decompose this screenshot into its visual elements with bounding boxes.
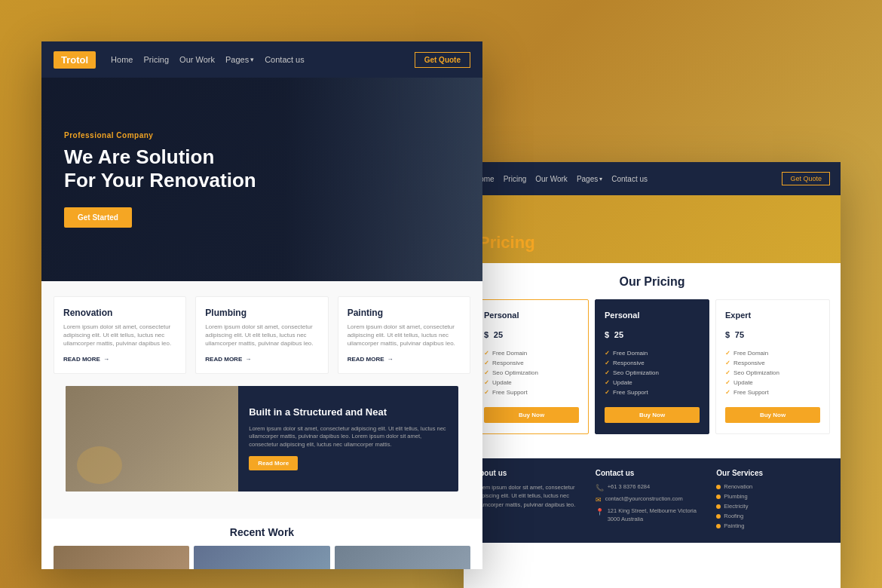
work-item-1: [54, 546, 189, 569]
front-navbar: Trotol Home Pricing Our Work Pages Conta…: [41, 41, 482, 78]
plan-feature-3-4: Free Support: [725, 387, 820, 397]
feature-content: Built in a Structured and Neat Lorem ips…: [238, 386, 458, 492]
plan-features-2: Free Domain Responsive Seo Optimization …: [605, 348, 700, 397]
feature-title: Built in a Structured and Neat: [249, 406, 448, 419]
service-dot-1: [716, 485, 721, 489]
back-footer: About us Lorem ipsum dolor sit amet, con…: [464, 458, 841, 543]
plan-feature-2-1: Responsive: [605, 358, 700, 368]
nav-pages[interactable]: Pages: [225, 55, 254, 64]
front-nav-links: Home Pricing Our Work Pages Contact us: [111, 55, 400, 64]
read-more-painting[interactable]: READ MORE: [348, 356, 461, 363]
read-more-renovation[interactable]: READ MORE: [63, 356, 176, 363]
plan-name-2: Personal: [605, 311, 700, 320]
pricing-hero: Pricing: [464, 195, 841, 263]
back-nav-contact[interactable]: Contact us: [611, 175, 648, 183]
service-card-painting: Painting Lorem ipsum dolor sit amet, con…: [338, 296, 470, 374]
nav-get-quote-button[interactable]: Get Quote: [415, 52, 470, 68]
plan-feature-3-3: Update: [725, 378, 820, 387]
back-footer-services: Our Services Renovation Plumbing Electri…: [716, 469, 830, 532]
plan-currency-3: $: [725, 330, 730, 339]
service-desc-painting: Lorem ipsum dolor sit amet, consectetur …: [348, 323, 461, 348]
service-dot-5: [716, 524, 721, 528]
back-nav-links: Home Pricing Our Work Pages ▾ Contact us: [474, 175, 770, 183]
back-nav-pages[interactable]: Pages ▾: [577, 175, 602, 183]
pricing-section: Our Pricing Personal $ 25 Free Domain Re…: [464, 263, 841, 458]
chevron-down-icon: ▾: [599, 176, 602, 182]
plan-feature-1-3: Update: [484, 378, 579, 387]
logo[interactable]: Trotol: [54, 51, 96, 69]
plan-price-3: $ 75: [725, 321, 820, 342]
professional-label: Professional Company: [64, 131, 460, 139]
footer-email: contact@yourconstruction.com: [605, 495, 683, 504]
feature-section: Built in a Structured and Neat Lorem ips…: [66, 386, 458, 492]
feature-image: [66, 386, 238, 492]
footer-service-text-1: Renovation: [724, 483, 752, 490]
back-nav-our-work[interactable]: Our Work: [535, 175, 568, 183]
plan-price-1: $ 25: [484, 321, 579, 342]
footer-address-item: 📍 121 King Street, Melbourne Victoria 30…: [596, 507, 709, 523]
service-title-plumbing: Plumbing: [205, 308, 318, 318]
pricing-card-1: Personal $ 25 Free Domain Responsive Seo…: [474, 299, 589, 434]
footer-service-1: Renovation: [716, 483, 830, 490]
plan-feature-1-4: Free Support: [484, 387, 579, 397]
pricing-hero-title: Pricing: [479, 233, 535, 253]
nav-contact[interactable]: Contact us: [265, 55, 305, 64]
pricing-card-3: Expert $ 75 Free Domain Responsive Seo O…: [715, 299, 830, 434]
hero-title-line1: We Are Solution: [64, 145, 214, 168]
back-navbar: Home Pricing Our Work Pages ▾ Contact us…: [464, 162, 841, 195]
back-footer-partial: About us Lorem ipsum dolor sit amet, con…: [474, 469, 588, 532]
service-title-renovation: Renovation: [63, 308, 176, 318]
plan-feature-3-2: Seo Optimization: [725, 368, 820, 378]
plan-feature-2-4: Free Support: [605, 387, 700, 397]
nav-pricing[interactable]: Pricing: [143, 55, 169, 64]
services-grid: Renovation Lorem ipsum dolor sit amet, c…: [54, 296, 470, 374]
back-footer-contact-title: Contact us: [596, 469, 709, 477]
get-started-button[interactable]: Get Started: [64, 207, 132, 228]
hero-title: We Are Solution For Your Renovation: [64, 145, 460, 192]
back-get-quote-button[interactable]: Get Quote: [782, 172, 830, 185]
plan-feature-3-1: Responsive: [725, 358, 820, 368]
hero-section: Professional Company We Are Solution For…: [41, 78, 482, 281]
footer-service-5: Painting: [716, 522, 830, 529]
footer-service-text-5: Painting: [724, 522, 744, 529]
pricing-hero-bg: [464, 195, 841, 263]
recent-work-title: Recent Work: [54, 526, 470, 538]
service-card-renovation: Renovation Lorem ipsum dolor sit amet, c…: [54, 296, 186, 374]
plan-feature-2-3: Update: [605, 378, 700, 387]
plan-feature-2-0: Free Domain: [605, 348, 700, 358]
footer-phone: +61 3 8376 6284: [608, 483, 651, 492]
location-icon: 📍: [596, 508, 604, 516]
buy-now-button-3[interactable]: Buy Now: [725, 407, 820, 423]
work-item-3: [335, 546, 470, 569]
footer-email-item: ✉ contact@yourconstruction.com: [596, 495, 709, 504]
nav-our-work[interactable]: Our Work: [179, 55, 215, 64]
footer-service-2: Plumbing: [716, 493, 830, 500]
plan-feature-1-2: Seo Optimization: [484, 368, 579, 378]
plan-features-3: Free Domain Responsive Seo Optimization …: [725, 348, 820, 397]
buy-now-button-2[interactable]: Buy Now: [605, 407, 700, 423]
footer-address: 121 King Street, Melbourne Victoria 3000…: [608, 507, 709, 523]
buy-now-button-1[interactable]: Buy Now: [484, 407, 579, 423]
plan-feature-1-1: Responsive: [484, 358, 579, 368]
footer-service-text-4: Roofing: [724, 513, 743, 519]
service-dot-4: [716, 514, 721, 519]
plan-currency-1: $: [484, 330, 488, 339]
feature-read-more-button[interactable]: Read More: [249, 456, 298, 470]
footer-phone-item: 📞 +61 3 8376 6284: [596, 483, 709, 492]
footer-service-text-3: Electricity: [724, 503, 748, 510]
back-footer-partial-text: Lorem ipsum dolor sit amet, consectetur …: [474, 483, 588, 509]
plan-feature-2-2: Seo Optimization: [605, 368, 700, 378]
work-item-2: [194, 546, 329, 569]
back-nav-pricing[interactable]: Pricing: [504, 175, 527, 183]
service-card-plumbing: Plumbing Lorem ipsum dolor sit amet, con…: [195, 296, 328, 374]
recent-work-section: Recent Work: [41, 519, 482, 569]
service-dot-3: [716, 504, 721, 509]
nav-home[interactable]: Home: [111, 55, 133, 64]
back-footer-partial-title: About us: [474, 469, 588, 477]
footer-service-3: Electricity: [716, 503, 830, 510]
read-more-plumbing[interactable]: READ MORE: [205, 356, 318, 363]
feature-desc: Lorem ipsum dolor sit amet, consectetur …: [249, 425, 448, 449]
back-footer-contact: Contact us 📞 +61 3 8376 6284 ✉ contact@y…: [596, 469, 709, 532]
back-card: Home Pricing Our Work Pages ▾ Contact us…: [464, 162, 841, 588]
work-grid: [54, 546, 470, 569]
